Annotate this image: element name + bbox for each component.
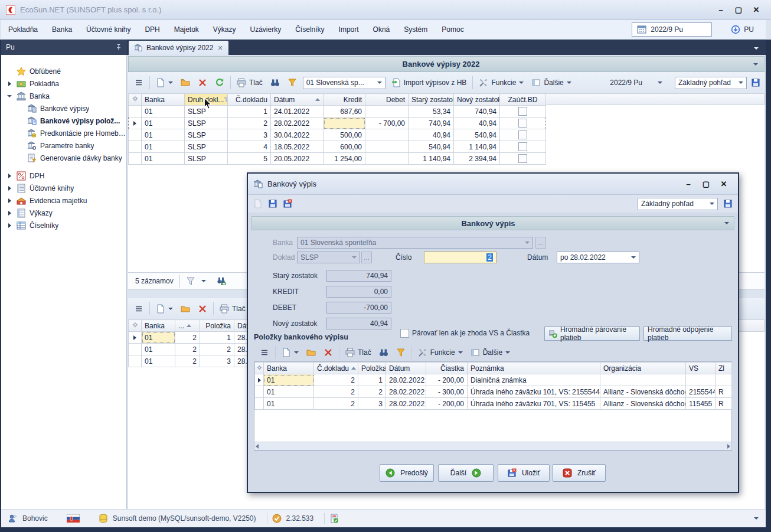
close-icon[interactable]: ✕	[747, 4, 765, 17]
col-datum[interactable]: Dátum	[386, 363, 426, 374]
zauct-checkbox[interactable]	[500, 129, 546, 141]
expander-expanded-icon[interactable]	[6, 95, 13, 97]
menu-okna[interactable]: Okná	[373, 25, 390, 34]
menu-vykazy[interactable]: Výkazy	[213, 25, 236, 34]
col-zauct-bd[interactable]: Zaúčt.BD	[500, 94, 546, 106]
save-close-icon[interactable]	[283, 199, 292, 208]
open-record-button[interactable]	[179, 303, 192, 315]
toolbar-menu-button[interactable]	[132, 77, 145, 89]
col-ciastka[interactable]: Čiastka	[426, 363, 468, 374]
print-button[interactable]: Tlač	[235, 77, 264, 89]
datum-select[interactable]: po 28.02.2022	[557, 252, 639, 263]
print-button[interactable]: Tlač	[218, 303, 247, 315]
cislo-input[interactable]: 2	[424, 252, 496, 263]
bulk-unpair-button[interactable]: Hromadné odpojenie platieb	[643, 327, 732, 341]
previous-button[interactable]: Predošlý	[380, 464, 434, 482]
search-button[interactable]	[377, 347, 390, 358]
col-organizacia[interactable]: Organizácia	[600, 363, 686, 374]
functions-button[interactable]: Funkcie	[416, 347, 465, 358]
grid-options-icon[interactable]	[129, 320, 142, 332]
menu-pomoc[interactable]: Pomoc	[442, 25, 463, 34]
toolbar-menu-button[interactable]	[132, 303, 145, 315]
new-record-dropdown-icon[interactable]	[294, 351, 299, 354]
search-id-icon[interactable]	[217, 276, 226, 286]
scroll-right-icon[interactable]	[727, 444, 730, 449]
dialog-view-select[interactable]: Základný pohľad	[638, 198, 718, 210]
filter-button[interactable]	[286, 77, 299, 89]
import-hb-button[interactable]: Import výpisov z HB	[390, 77, 469, 89]
table-row[interactable]: 01SLSP 124.01.2022 687,60 53,34740,94	[129, 106, 546, 118]
menu-banka[interactable]: Banka	[52, 25, 72, 34]
new-record-dropdown-icon[interactable]	[168, 81, 173, 84]
tree-item-parametre-banky[interactable]: Parametre banky	[1, 139, 126, 152]
col-zl[interactable]: Zl	[716, 363, 732, 374]
bulk-pair-button[interactable]: Hromadné párovanie platieb	[544, 327, 640, 341]
table-row[interactable]: 01 2 3 28.02.2022 - 200,00 Úhrada iného …	[255, 398, 732, 410]
toolbar-period-select[interactable]: 2022/9 Pu	[610, 79, 662, 87]
col-banka[interactable]: Banka	[264, 363, 314, 374]
menu-uzavierky[interactable]: Uzávierky	[250, 25, 282, 34]
horizontal-scrollbar[interactable]	[254, 442, 732, 451]
new-record-button[interactable]	[154, 303, 175, 315]
col-stary-zostatok[interactable]: Starý zostatok	[409, 94, 454, 106]
next-button[interactable]: Ďalší	[438, 464, 494, 482]
toolbar-menu-button[interactable]	[258, 347, 271, 358]
menu-import[interactable]: Import	[339, 25, 359, 34]
expander-collapsed-icon[interactable]	[6, 198, 13, 203]
col-datum[interactable]: Dátum	[271, 94, 324, 106]
more-columns-button[interactable]: Ďalšie	[469, 347, 512, 358]
more-columns-button[interactable]: Ďalšie	[530, 77, 573, 89]
col-c-dokladu[interactable]: Č.dokladu	[228, 94, 271, 106]
col-truncated[interactable]: ...	[175, 320, 200, 332]
tab-bankove-vypisy[interactable]: Bankové výpisy 2022 ✕	[129, 41, 228, 55]
zauct-checkbox[interactable]	[500, 153, 546, 165]
tree-item-dph[interactable]: DPH	[1, 169, 126, 182]
task-status-icon[interactable]	[329, 514, 339, 523]
functions-button[interactable]: Funkcie	[477, 77, 525, 89]
tree-item-vykazy[interactable]: Výkazy	[1, 207, 126, 219]
col-kredit[interactable]: Kredit	[324, 94, 365, 106]
dialog-caption-menu-icon[interactable]	[724, 222, 729, 224]
new-record-button[interactable]	[154, 77, 175, 89]
tree-item-evidencia-majetku[interactable]: Evidencia majetku	[1, 194, 126, 207]
new-record-button[interactable]	[280, 347, 300, 358]
open-record-button[interactable]	[305, 347, 318, 358]
menu-ciselniky[interactable]: Číselníky	[295, 25, 324, 34]
tree-item-generovanie-davky[interactable]: Generovanie dávky banky	[1, 152, 126, 164]
maximize-icon[interactable]: ▢	[730, 4, 747, 17]
pin-icon[interactable]	[115, 44, 122, 51]
tree-item-pokladna[interactable]: Pokladňa	[1, 77, 126, 90]
col-polozka[interactable]: Položka	[200, 320, 234, 332]
grid-options-icon[interactable]	[129, 94, 142, 106]
col-polozka[interactable]: Položka	[358, 363, 386, 374]
table-row[interactable]: 01SLSP 418.05.2022 600,00 540,941 140,94	[129, 141, 546, 153]
menu-uctovne-knihy[interactable]: Účtovné knihy	[86, 25, 130, 34]
expander-collapsed-icon[interactable]	[6, 223, 13, 228]
dialog-minimize-icon[interactable]: –	[679, 179, 697, 190]
delete-record-button[interactable]	[196, 77, 209, 89]
col-c-dokladu[interactable]: Č.dokladu	[314, 363, 358, 374]
search-button[interactable]	[269, 77, 282, 89]
bank-account-select[interactable]: 01 Slovenská sp...	[303, 77, 386, 89]
delete-record-button[interactable]	[196, 303, 209, 315]
expander-collapsed-icon[interactable]	[6, 174, 13, 178]
tab-close-icon[interactable]: ✕	[217, 44, 223, 52]
table-row-selected[interactable]: 01SLSP 228.02.2022 - 700,00 740,9440,94	[129, 118, 546, 129]
col-debet[interactable]: Debet	[365, 94, 409, 106]
tab-list-icon[interactable]	[754, 47, 759, 50]
col-poznamka[interactable]: Poznámka	[468, 363, 600, 374]
menu-system[interactable]: Systém	[404, 25, 427, 34]
period-field[interactable]: 2022/9 Pu	[632, 22, 712, 37]
zauct-checkbox[interactable]	[500, 141, 546, 153]
dialog-close-icon[interactable]: ✕	[715, 179, 733, 190]
save-view-icon[interactable]	[751, 78, 760, 87]
new-record-dropdown-icon[interactable]	[168, 308, 173, 310]
save-view-icon[interactable]	[723, 199, 733, 208]
pu-button[interactable]: PU	[726, 24, 759, 35]
tree-item-bankove-vypisy[interactable]: Bankové výpisy	[1, 102, 126, 115]
zauct-checkbox[interactable]	[500, 106, 546, 118]
view-select[interactable]: Základný pohľad	[675, 77, 747, 89]
statusbar-menu-icon[interactable]	[754, 517, 759, 520]
print-button[interactable]: Tlač	[344, 347, 373, 358]
tree-item-bankove-vypisy-polozky[interactable]: Bankové výpisy polož...	[1, 115, 126, 127]
